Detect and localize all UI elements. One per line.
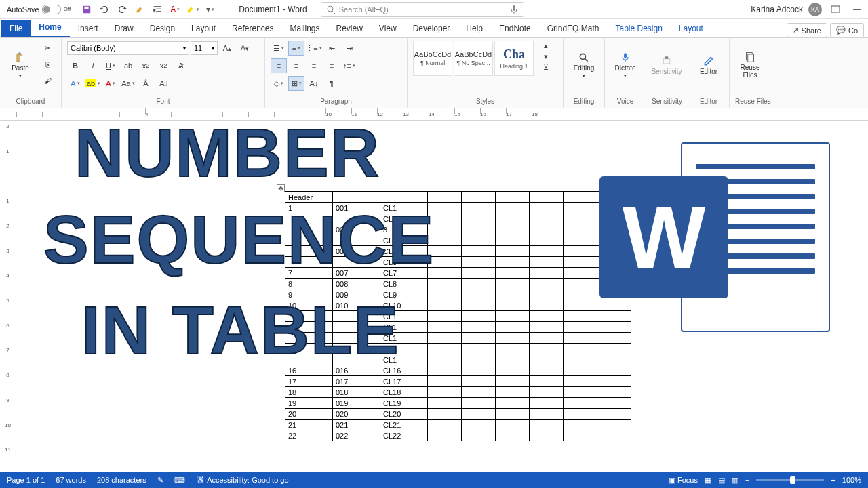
editing-button[interactable]: Editing▾ bbox=[569, 41, 599, 89]
font-name-select[interactable]: Calibri (Body)▾ bbox=[67, 41, 189, 55]
paste-button[interactable]: Paste▾ bbox=[5, 41, 35, 89]
change-case-button[interactable]: Aa bbox=[120, 76, 136, 91]
sensitivity-button[interactable]: Sensitivity bbox=[652, 41, 682, 89]
increase-indent-button[interactable]: ⇥ bbox=[341, 41, 357, 56]
char-scale-button[interactable]: Â bbox=[138, 76, 154, 91]
clear-formatting-button[interactable] bbox=[132, 1, 148, 18]
style-expand[interactable]: ⊻ bbox=[538, 62, 554, 72]
tab-grindeq[interactable]: GrindEQ Math bbox=[539, 20, 608, 37]
tab-table-layout[interactable]: Layout bbox=[671, 20, 711, 37]
zoom-in-button[interactable]: + bbox=[831, 476, 835, 484]
zoom-out-button[interactable]: − bbox=[745, 476, 749, 484]
tab-endnote[interactable]: EndNote bbox=[491, 20, 539, 37]
style-item-2[interactable]: ChaHeading 1 bbox=[494, 41, 534, 76]
table-move-handle[interactable]: ✥ bbox=[277, 184, 285, 192]
align-left-button[interactable]: ≡ bbox=[271, 58, 287, 73]
tab-review[interactable]: Review bbox=[328, 20, 371, 37]
tab-table-design[interactable]: Table Design bbox=[607, 20, 670, 37]
redo-button[interactable] bbox=[114, 1, 130, 18]
minimize-button[interactable]: — bbox=[849, 1, 865, 18]
styles-gallery[interactable]: AaBbCcDd¶ NormalAaBbCcDd¶ No Spac...ChaH… bbox=[413, 41, 534, 76]
format-painter-button[interactable]: 🖌 bbox=[39, 73, 56, 88]
tab-developer[interactable]: Developer bbox=[405, 20, 458, 37]
zoom-slider[interactable] bbox=[756, 479, 824, 481]
ruler-vertical[interactable]: 211234567891011 bbox=[0, 121, 16, 472]
editor-button[interactable]: Editor bbox=[694, 41, 724, 89]
status-accessibility[interactable]: ♿ Accessibility: Good to go bbox=[196, 476, 289, 485]
highlight-qat-button[interactable] bbox=[184, 1, 201, 18]
underline-button[interactable]: U bbox=[102, 58, 119, 73]
text-effects-button[interactable]: A bbox=[67, 76, 83, 91]
user-avatar[interactable]: KA bbox=[808, 3, 822, 16]
status-words[interactable]: 67 words bbox=[56, 476, 86, 484]
borders-button[interactable]: ⊞ bbox=[288, 76, 304, 91]
comments-button[interactable]: 💬 Co bbox=[830, 23, 864, 37]
grow-font-button[interactable]: A▴ bbox=[219, 41, 235, 56]
bold-button[interactable]: B bbox=[67, 58, 83, 73]
font-color-button[interactable]: A bbox=[102, 76, 119, 91]
tab-insert[interactable]: Insert bbox=[70, 20, 106, 37]
char-shrink-button[interactable]: Aͮ bbox=[155, 76, 172, 91]
zoom-level[interactable]: 100% bbox=[842, 476, 861, 484]
style-item-1[interactable]: AaBbCcDd¶ No Spac... bbox=[454, 41, 493, 76]
save-button[interactable] bbox=[79, 1, 95, 18]
show-marks-button[interactable]: ¶ bbox=[323, 76, 340, 91]
align-right-button[interactable]: ≡ bbox=[306, 58, 322, 73]
tab-view[interactable]: View bbox=[371, 20, 405, 37]
tab-design[interactable]: Design bbox=[142, 20, 183, 37]
numbering-button[interactable]: ≡ bbox=[288, 41, 304, 56]
user-name[interactable]: Karina Adcock bbox=[751, 5, 803, 14]
align-center-button[interactable]: ≡ bbox=[288, 58, 304, 73]
status-page[interactable]: Page 1 of 1 bbox=[7, 476, 45, 484]
view-read-button[interactable]: ▦ bbox=[705, 476, 711, 485]
sort-button[interactable]: A↓ bbox=[306, 76, 322, 91]
search-input[interactable]: Search (Alt+Q) bbox=[321, 2, 524, 17]
decrease-indent-button[interactable]: ⇤ bbox=[323, 41, 340, 56]
justify-button[interactable]: ≡ bbox=[323, 58, 340, 73]
ruler-horizontal[interactable]: 4101112131415161718 bbox=[0, 108, 868, 121]
shrink-font-button[interactable]: A▾ bbox=[237, 41, 253, 56]
status-spellcheck-icon[interactable]: ✎ bbox=[157, 476, 163, 485]
bullets-button[interactable]: ☰ bbox=[271, 41, 287, 56]
superscript-button[interactable]: x2 bbox=[155, 58, 172, 73]
reuse-files-button[interactable]: Reuse Files bbox=[735, 41, 765, 89]
view-print-button[interactable]: ▤ bbox=[718, 476, 725, 485]
autosave-toggle[interactable]: AutoSave Off bbox=[3, 5, 75, 14]
multilevel-button[interactable]: ⋮≡ bbox=[306, 41, 322, 56]
tab-help[interactable]: Help bbox=[458, 20, 491, 37]
ribbon-display-button[interactable] bbox=[827, 1, 844, 18]
tab-draw[interactable]: Draw bbox=[106, 20, 142, 37]
focus-mode-button[interactable]: ▣ Focus bbox=[669, 476, 698, 485]
tab-file[interactable]: File bbox=[1, 20, 31, 37]
undo-button[interactable] bbox=[96, 1, 113, 18]
view-web-button[interactable]: ▥ bbox=[732, 476, 738, 485]
tab-mailings[interactable]: Mailings bbox=[281, 20, 328, 37]
subscript-button[interactable]: x2 bbox=[138, 58, 154, 73]
style-scroll-up[interactable]: ▴ bbox=[538, 41, 554, 50]
clear-format-button[interactable]: A̷ bbox=[173, 58, 189, 73]
style-item-0[interactable]: AaBbCcDd¶ Normal bbox=[413, 41, 452, 76]
titlebar: AutoSave Off A ▾ Document1 - Word Search… bbox=[0, 0, 868, 19]
tab-home[interactable]: Home bbox=[31, 18, 69, 37]
word-table[interactable]: Header1001CL1CL20033CL005CLCL67007CL7800… bbox=[285, 191, 631, 441]
line-spacing-button[interactable]: ↕≡ bbox=[341, 58, 357, 73]
qat-customize-button[interactable]: ▾ bbox=[202, 1, 218, 18]
italic-button[interactable]: I bbox=[85, 58, 101, 73]
tab-layout[interactable]: Layout bbox=[183, 20, 224, 37]
strikethrough-button[interactable]: ab bbox=[120, 58, 136, 73]
font-color-qat-button[interactable]: A bbox=[167, 1, 183, 18]
quick-access-toolbar: A ▾ bbox=[79, 1, 218, 18]
style-scroll-down[interactable]: ▾ bbox=[538, 52, 554, 61]
font-size-select[interactable]: 11▾ bbox=[191, 41, 218, 55]
indent-button[interactable] bbox=[149, 1, 165, 18]
share-button[interactable]: ↗ Share bbox=[787, 23, 827, 37]
cut-button[interactable]: ✂ bbox=[39, 41, 56, 56]
tab-references[interactable]: References bbox=[224, 20, 281, 37]
shading-button[interactable]: ◇ bbox=[271, 76, 287, 91]
status-chars[interactable]: 208 characters bbox=[97, 476, 146, 484]
page[interactable]: ✥ Header1001CL1CL20033CL005CLCL67007CL78… bbox=[16, 121, 868, 472]
status-lang-icon[interactable]: ⌨ bbox=[174, 476, 185, 485]
dictate-button[interactable]: Dictate▾ bbox=[610, 41, 640, 89]
highlight-button[interactable]: ab bbox=[85, 76, 101, 91]
copy-button[interactable]: ⎘ bbox=[39, 57, 56, 72]
